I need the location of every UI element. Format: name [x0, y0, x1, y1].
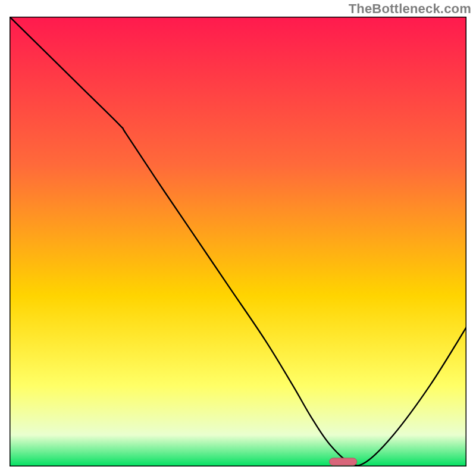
chart-plot-area — [10, 17, 466, 466]
watermark-text: TheBottleneck.com — [349, 1, 471, 17]
optimal-zone-marker — [330, 458, 357, 465]
chart-stage: TheBottleneck.com — [0, 0, 476, 476]
bottleneck-chart — [10, 17, 466, 466]
